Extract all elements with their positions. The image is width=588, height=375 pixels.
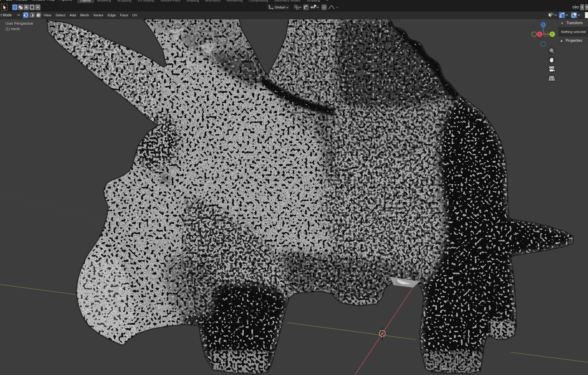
svg-text:Z: Z [542,23,544,27]
svg-text:Global: Global [275,5,285,9]
svg-text:X: X [581,5,583,9]
svg-text:Y: Y [586,5,588,9]
svg-text:Y: Y [551,33,553,36]
svg-text:X: X [538,33,541,36]
svg-text:t Mode: t Mode [1,13,12,17]
